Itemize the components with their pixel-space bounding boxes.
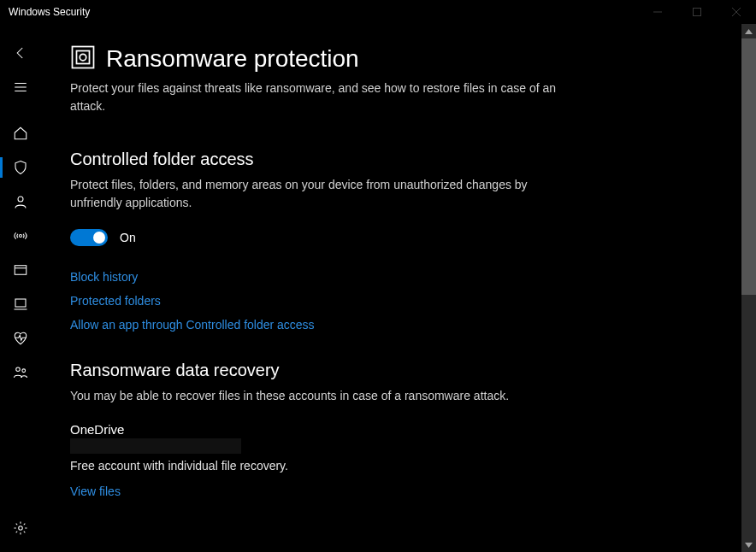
titlebar: Windows Security: [0, 0, 756, 24]
nav-app-browser[interactable]: [0, 253, 41, 287]
page-subtitle: Protect your files against threats like …: [70, 79, 566, 115]
svg-rect-1: [694, 9, 701, 16]
link-view-files[interactable]: View files: [70, 484, 121, 498]
close-button[interactable]: [717, 0, 756, 24]
svg-rect-11: [15, 299, 26, 307]
link-allow-app[interactable]: Allow an app through Controlled folder a…: [70, 318, 315, 332]
svg-rect-9: [15, 266, 27, 275]
account-email-redacted: [70, 438, 241, 454]
window-title: Windows Security: [9, 6, 90, 18]
nav-firewall[interactable]: [0, 219, 41, 253]
sidebar: [0, 24, 41, 552]
nav-settings[interactable]: [0, 511, 41, 545]
cfa-desc: Protect files, folders, and memory areas…: [70, 176, 566, 212]
svg-rect-16: [73, 47, 94, 68]
scroll-thumb[interactable]: [741, 38, 756, 295]
content-area: Ransomware protection Protect your files…: [41, 24, 756, 552]
svg-point-14: [22, 369, 26, 373]
account-name: OneDrive: [70, 422, 722, 437]
svg-marker-19: [745, 29, 753, 34]
page-title: Ransomware protection: [106, 45, 359, 73]
ransomware-icon: [70, 44, 96, 73]
svg-rect-17: [77, 51, 90, 64]
recovery-heading: Ransomware data recovery: [70, 361, 722, 380]
minimize-button[interactable]: [638, 0, 677, 24]
nav-family[interactable]: [0, 355, 41, 390]
scroll-down-arrow[interactable]: [741, 537, 756, 552]
nav-device-performance[interactable]: [0, 321, 41, 355]
vertical-scrollbar[interactable]: [741, 24, 756, 552]
menu-button[interactable]: [0, 70, 41, 104]
nav-device-security[interactable]: [0, 287, 41, 321]
back-button[interactable]: [0, 36, 41, 70]
link-block-history[interactable]: Block history: [70, 270, 138, 284]
nav-home[interactable]: [0, 116, 41, 150]
svg-marker-20: [745, 543, 753, 548]
cfa-heading: Controlled folder access: [70, 150, 722, 169]
maximize-button[interactable]: [677, 0, 717, 24]
cfa-toggle-label: On: [120, 231, 136, 244]
account-desc: Free account with individual file recove…: [70, 459, 722, 473]
nav-virus-threat[interactable]: [0, 150, 41, 185]
scroll-track[interactable]: [741, 38, 756, 537]
svg-point-18: [80, 54, 86, 61]
svg-point-13: [16, 367, 21, 372]
cfa-toggle[interactable]: [70, 229, 108, 246]
link-protected-folders[interactable]: Protected folders: [70, 294, 161, 308]
scroll-up-arrow[interactable]: [741, 24, 756, 38]
svg-point-15: [19, 526, 23, 531]
svg-point-7: [18, 197, 23, 202]
svg-point-8: [20, 235, 22, 238]
nav-account[interactable]: [0, 185, 41, 219]
recovery-desc: You may be able to recover files in thes…: [70, 387, 566, 405]
